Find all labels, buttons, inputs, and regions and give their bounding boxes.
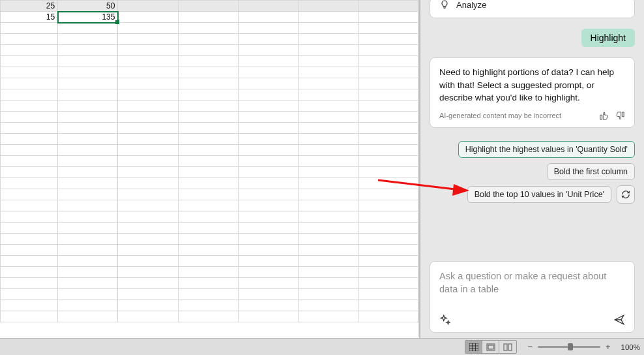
- refresh-suggestions[interactable]: [617, 185, 635, 204]
- svg-rect-9: [504, 344, 507, 350]
- zoom-controls: − +: [526, 342, 611, 352]
- suggestion-bold-first-column[interactable]: Bold the first column: [547, 163, 635, 180]
- ai-disclaimer: AI-generated content may be incorrect: [439, 112, 561, 119]
- cell-b2-selected[interactable]: 135: [58, 12, 118, 23]
- analyze-label: Analyze: [456, 0, 486, 10]
- page-break-icon: [503, 343, 512, 351]
- prompt-input-card[interactable]: Ask a question or make a request about d…: [430, 261, 635, 333]
- suggestion-highlight-quantity[interactable]: Highlight the highest values in 'Quantit…: [458, 141, 635, 158]
- svg-rect-2: [469, 343, 478, 351]
- thumbs-up-icon[interactable]: [599, 111, 609, 121]
- view-page-layout[interactable]: [482, 341, 499, 353]
- svg-rect-10: [508, 344, 512, 350]
- zoom-out-button[interactable]: −: [526, 342, 534, 352]
- suggestions: Highlight the highest values in 'Quantit…: [430, 141, 635, 204]
- lightbulb-icon: [439, 0, 450, 10]
- analyze-card[interactable]: Analyze: [430, 0, 635, 18]
- view-mode-group: [465, 340, 517, 354]
- page-layout-icon: [486, 343, 495, 351]
- assistant-reply: Need to highlight portions of data? I ca…: [430, 57, 635, 128]
- zoom-level[interactable]: 100%: [621, 343, 640, 351]
- cell-a1[interactable]: 25: [1, 1, 58, 12]
- status-bar: − + 100%: [0, 338, 644, 355]
- thumbs-down-icon[interactable]: [615, 111, 625, 121]
- grid-icon: [469, 343, 478, 351]
- send-icon[interactable]: [613, 314, 625, 326]
- assistant-text: Need to highlight portions of data? I ca…: [439, 66, 625, 104]
- cell-b1[interactable]: 50: [58, 1, 118, 12]
- spreadsheet[interactable]: 25 50 15 135: [0, 0, 419, 355]
- fill-handle[interactable]: [115, 20, 119, 24]
- refresh-icon: [621, 190, 630, 199]
- prompt-placeholder: Ask a question or make a request about d…: [439, 270, 625, 296]
- user-message: Highlight: [581, 29, 635, 47]
- zoom-slider[interactable]: [538, 346, 600, 348]
- copilot-panel: Analyze Highlight Need to highlight port…: [420, 0, 644, 338]
- suggestion-bold-top-unit-price[interactable]: Bold the top 10 values in 'Unit Price': [467, 186, 611, 203]
- cell-a2[interactable]: 15: [1, 12, 58, 23]
- sparkle-icon[interactable]: [439, 314, 451, 326]
- view-page-break[interactable]: [499, 341, 516, 353]
- zoom-in-button[interactable]: +: [604, 342, 612, 352]
- svg-rect-8: [488, 345, 493, 349]
- view-normal[interactable]: [465, 341, 482, 353]
